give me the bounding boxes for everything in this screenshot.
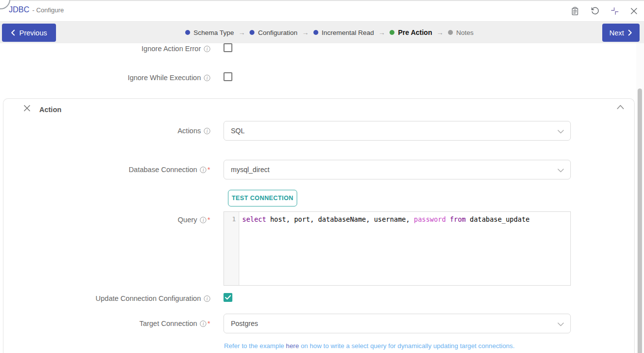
- step-label: Notes: [456, 29, 474, 36]
- step-arrow: →: [238, 29, 245, 36]
- step-arrow: →: [437, 29, 444, 36]
- required-marker: *: [207, 166, 210, 174]
- editor-gutter: 1: [224, 212, 239, 285]
- update-connection-configuration-label: Update Connection Configurationi: [0, 294, 210, 303]
- action-section-title: Action: [39, 106, 61, 114]
- step-label: Incremental Read: [322, 29, 374, 36]
- check-icon: [225, 295, 231, 300]
- step-dot: [250, 30, 254, 35]
- chevron-down-icon: [557, 321, 564, 329]
- info-icon[interactable]: i: [200, 321, 206, 327]
- info-icon[interactable]: i: [204, 46, 210, 52]
- previous-button-label: Previous: [19, 29, 47, 37]
- step-label: Pre Action: [398, 29, 432, 36]
- step-label: Configuration: [258, 29, 297, 36]
- line-number: 1: [232, 215, 236, 223]
- chevron-right-icon: [628, 29, 632, 36]
- database-connection-select-value: mysql_direct: [231, 166, 270, 174]
- query-code-editor[interactable]: 1 select host, port, databaseName, usern…: [224, 211, 571, 286]
- ignore-while-execution-checkbox[interactable]: [224, 72, 232, 81]
- query-code-line: select host, port, databaseName, usernam…: [242, 215, 567, 223]
- page-title: JDBC- Configure: [9, 5, 64, 14]
- ignore-action-error-checkbox[interactable]: [224, 43, 232, 52]
- remove-action-icon[interactable]: [23, 104, 31, 112]
- step-dot: [185, 30, 190, 35]
- scrollbar-track[interactable]: [636, 43, 644, 353]
- query-label: Queryi*: [0, 215, 210, 225]
- hint-here-link[interactable]: here: [286, 342, 299, 350]
- actions-select-value: SQL: [231, 127, 245, 135]
- close-icon[interactable]: [629, 6, 639, 16]
- target-connection-label: Target Connectioni*: [0, 319, 210, 328]
- step-arrow: →: [302, 29, 309, 36]
- step-dot: [390, 30, 394, 35]
- test-connection-button[interactable]: TEST CONNECTION: [228, 190, 297, 206]
- target-connection-hint: Refer to the example here on how to writ…: [224, 342, 515, 350]
- reset-icon[interactable]: [590, 6, 600, 16]
- clipboard-icon[interactable]: [570, 6, 580, 16]
- info-icon[interactable]: i: [200, 167, 206, 173]
- scrollbar-thumb[interactable]: [638, 88, 642, 353]
- chevron-left-icon: [11, 29, 15, 36]
- database-connection-select[interactable]: mysql_direct: [224, 160, 571, 179]
- collapse-section-icon[interactable]: [616, 103, 625, 110]
- step-dot: [313, 30, 318, 35]
- ignore-action-error-label: Ignore Action Errori: [0, 44, 210, 54]
- info-icon[interactable]: i: [204, 295, 210, 302]
- step-notes: Notes: [448, 29, 474, 36]
- step-incremental-read: Incremental Read: [313, 29, 374, 36]
- required-marker: *: [207, 216, 210, 224]
- step-dot: [448, 30, 453, 35]
- step-pre-action: Pre Action: [390, 29, 432, 36]
- target-connection-select-value: Postgres: [231, 320, 258, 327]
- info-icon[interactable]: i: [204, 75, 210, 81]
- target-connection-select[interactable]: Postgres: [224, 314, 571, 333]
- chevron-down-icon: [557, 128, 564, 137]
- step-schema-type: Schema Type: [185, 29, 234, 36]
- info-icon[interactable]: i: [204, 128, 210, 134]
- update-connection-configuration-checkbox[interactable]: [224, 293, 232, 302]
- info-icon[interactable]: i: [200, 217, 206, 223]
- next-button[interactable]: Next: [602, 24, 640, 42]
- ignore-while-execution-label: Ignore While Executioni: [0, 73, 210, 83]
- step-arrow: →: [378, 29, 385, 36]
- jdbc-configure-dialog: JDBC- Configure: [0, 0, 644, 353]
- wizard-steps: Schema Type → Configuration → Incrementa…: [64, 22, 595, 43]
- required-marker: *: [207, 320, 210, 327]
- wizard-stepper-bar: Previous Schema Type → Configuration → I…: [0, 22, 644, 43]
- actions-label: Actionsi: [0, 126, 210, 136]
- next-button-label: Next: [610, 29, 624, 37]
- step-configuration: Configuration: [250, 29, 297, 36]
- actions-select[interactable]: SQL: [224, 121, 571, 141]
- previous-button[interactable]: Previous: [2, 24, 56, 42]
- compress-icon[interactable]: [610, 6, 619, 16]
- title-app-name: JDBC: [9, 5, 29, 14]
- title-mode: - Configure: [32, 6, 64, 14]
- database-connection-label: Database Connectioni*: [0, 165, 210, 175]
- chevron-down-icon: [557, 167, 564, 176]
- dialog-header: JDBC- Configure: [0, 1, 644, 22]
- step-label: Schema Type: [194, 29, 234, 36]
